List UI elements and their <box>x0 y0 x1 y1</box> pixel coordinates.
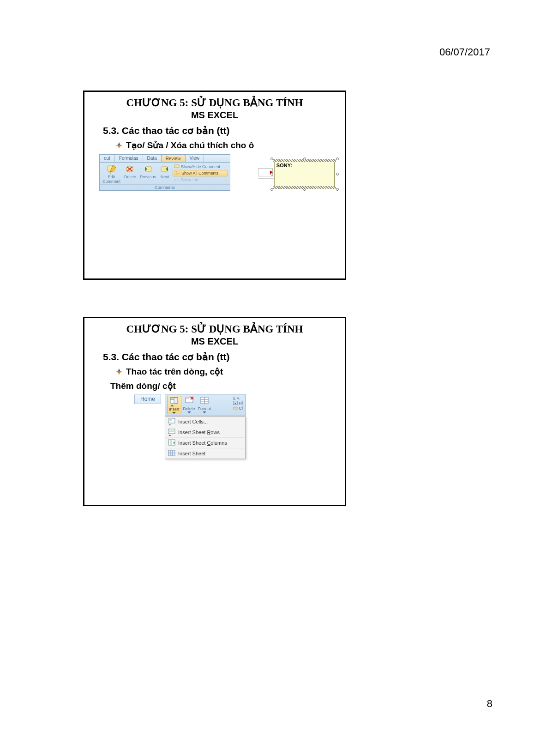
comment-indicator-icon <box>270 170 273 174</box>
ribbon-tabs: out Formulas Data Review View <box>100 155 230 163</box>
insert-columns-label: Insert Sheet Columns <box>178 440 227 446</box>
insert-rows-item[interactable]: Insert Sheet Rows <box>165 427 245 438</box>
show-hide-comment-button[interactable]: Show/Hide Comment <box>173 164 228 169</box>
format-label: Format <box>198 406 211 411</box>
grid-line-h <box>258 178 276 179</box>
autosum-row[interactable]: Σ Σ AA <box>233 396 243 400</box>
cells-ribbon: Insert Delete Format Σ Σ AA <box>165 394 246 459</box>
sigma-icon: Σ <box>233 396 235 400</box>
edit-comment-icon <box>107 164 117 174</box>
insert-cells-icon <box>169 396 179 406</box>
ink-icon <box>174 177 180 182</box>
delete-cells-label: Delete <box>183 406 195 411</box>
svg-rect-4 <box>174 165 179 168</box>
show-all-comments-button[interactable]: Show All Comments <box>173 170 228 176</box>
svg-rect-6 <box>176 171 180 173</box>
slide-2-bullet: Thao tác trên dòng, cột <box>116 366 339 377</box>
clear-row[interactable]: Cl <box>233 406 243 411</box>
svg-rect-17 <box>234 407 237 409</box>
tab-data[interactable]: Data <box>143 155 162 162</box>
tab-review[interactable]: Review <box>161 155 186 162</box>
page: 06/07/2017 8 CHƯƠNG 5: SỬ DỤNG BẢNG TÍNH… <box>0 0 534 756</box>
slide-2-bullet-text: Thao tác trên dòng, cột <box>126 367 223 376</box>
insert-dropdown: Insert Cells... Insert Sheet Rows Insert… <box>165 416 246 459</box>
previous-label: Previous <box>140 175 156 179</box>
insert-sheet-item[interactable]: Insert Sheet <box>165 448 245 459</box>
insert-columns-item[interactable]: Insert Sheet Columns <box>165 438 245 448</box>
delete-label: Delete <box>124 175 136 179</box>
insert-sheet-label: Insert Sheet <box>178 451 205 456</box>
show-ink-button[interactable]: Show Ink <box>173 177 228 182</box>
insert-cells-item[interactable]: Insert Cells... <box>165 417 245 427</box>
clear-text: Cl <box>239 406 243 411</box>
slide-1-bullet: Tạo/ Sửa / Xóa chú thích cho ô <box>116 140 339 151</box>
slide-2-subheading: Thêm dòng/ cột <box>110 381 339 391</box>
bullet-icon <box>116 141 122 147</box>
slide-2-title: CHƯƠNG 5: SỬ DỤNG BẢNG TÍNH <box>90 323 339 335</box>
insert-button[interactable]: Insert <box>167 396 181 414</box>
svg-rect-9 <box>174 398 178 403</box>
slide-2-figure: Home Insert Delete Format <box>134 394 339 459</box>
fill-text: Fil <box>239 401 244 405</box>
chevron-down-icon <box>172 412 176 414</box>
comments-icon <box>174 171 180 175</box>
slide-1-title: CHƯƠNG 5: SỬ DỤNG BẢNG TÍNH <box>90 97 339 109</box>
slide-1-section: 5.3. Các thao tác cơ bản (tt) <box>103 125 339 136</box>
page-number: 8 <box>487 698 492 710</box>
clear-icon <box>233 406 238 410</box>
ribbon-body: Edit Comment Delete Previous <box>100 163 230 184</box>
delete-comment-button[interactable]: Delete <box>123 164 137 184</box>
comment-author: SONY: <box>275 162 334 169</box>
insert-columns-icon <box>168 439 175 447</box>
delete-cells-icon <box>184 396 194 406</box>
svg-rect-11 <box>186 397 189 399</box>
tab-out[interactable]: out <box>100 155 115 162</box>
slide-1: CHƯƠNG 5: SỬ DỤNG BẢNG TÍNH MS EXCEL 5.3… <box>83 91 346 280</box>
chevron-down-icon <box>187 411 191 413</box>
svg-rect-25 <box>168 450 175 456</box>
svg-rect-20 <box>168 418 172 421</box>
previous-comment-icon <box>143 164 153 174</box>
review-ribbon: out Formulas Data Review View Edit Comme… <box>99 154 230 191</box>
date-header: 06/07/2017 <box>439 46 490 58</box>
cells-group: Insert Delete Format Σ Σ AA <box>165 394 246 416</box>
comment-box[interactable]: SONY: <box>275 162 335 187</box>
chevron-down-icon <box>203 411 206 413</box>
fill-icon <box>233 401 238 405</box>
show-ink-label: Show Ink <box>181 177 198 182</box>
tab-home[interactable]: Home <box>134 394 161 404</box>
cell-comment-area: SONY: <box>258 161 339 198</box>
previous-comment-button[interactable]: Previous <box>139 164 157 184</box>
next-comment-button[interactable]: Next <box>159 164 171 184</box>
delete-comment-icon <box>125 164 135 174</box>
fill-row[interactable]: Fil <box>233 401 243 405</box>
slide-2: CHƯƠNG 5: SỬ DỤNG BẢNG TÍNH MS EXCEL 5.3… <box>83 317 346 506</box>
show-hide-label: Show/Hide Comment <box>181 164 220 169</box>
insert-rows-label: Insert Sheet Rows <box>178 429 220 435</box>
insert-cells-icon <box>168 418 175 425</box>
slide-2-section: 5.3. Các thao tác cơ bản (tt) <box>103 351 339 363</box>
ribbon-group-label: Comments <box>100 184 230 190</box>
svg-rect-24 <box>170 440 172 445</box>
grid-line-v <box>273 161 273 187</box>
tab-formulas[interactable]: Formulas <box>115 155 143 162</box>
insert-label: Insert <box>169 407 180 411</box>
show-all-label: Show All Comments <box>181 171 219 175</box>
format-button[interactable]: Format <box>197 396 212 414</box>
delete-button[interactable]: Delete <box>182 396 196 414</box>
svg-rect-18 <box>234 406 236 407</box>
slide-2-subtitle: MS EXCEL <box>90 336 339 347</box>
edit-comment-label: Edit Comment <box>102 175 120 184</box>
ribbon-options: Show/Hide Comment Show All Comments Show… <box>173 164 228 184</box>
insert-rows-icon <box>168 429 175 436</box>
slide-1-subtitle: MS EXCEL <box>90 110 339 121</box>
next-label: Next <box>161 175 169 179</box>
svg-rect-22 <box>168 430 175 432</box>
tab-view[interactable]: View <box>186 155 204 162</box>
editing-group-partial: Σ Σ AA Fil Cl <box>231 396 243 414</box>
next-comment-icon <box>160 164 170 174</box>
insert-cells-label: Insert Cells... <box>178 419 208 424</box>
edit-comment-button[interactable]: Edit Comment <box>102 164 121 184</box>
format-cells-icon <box>199 396 210 406</box>
slide-1-figure: out Formulas Data Review View Edit Comme… <box>99 154 339 198</box>
